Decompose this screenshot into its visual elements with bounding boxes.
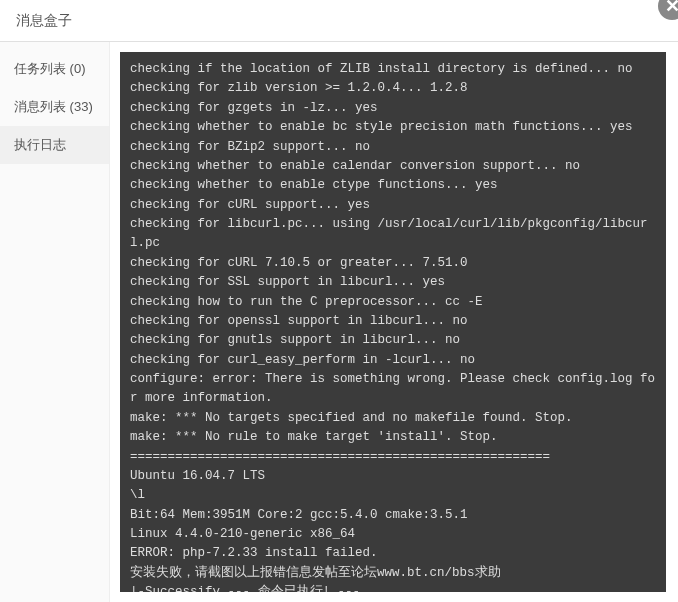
terminal-line: 安装失败，请截图以上报错信息发帖至论坛www.bt.cn/bbs求助 xyxy=(130,564,656,583)
terminal-line: checking for gzgets in -lz... yes xyxy=(130,99,656,118)
terminal-line: checking whether to enable ctype functio… xyxy=(130,176,656,195)
modal-body: 任务列表 (0) 消息列表 (33) 执行日志 checking if the … xyxy=(0,42,678,602)
terminal-line: ========================================… xyxy=(130,448,656,467)
terminal-line: make: *** No rule to make target 'instal… xyxy=(130,428,656,447)
terminal-line: checking for curl_easy_perform in -lcurl… xyxy=(130,351,656,370)
terminal-line: |-Successify --- 命令已执行! --- xyxy=(130,583,656,592)
terminal-line: checking for openssl support in libcurl.… xyxy=(130,312,656,331)
terminal-line: checking whether to enable bc style prec… xyxy=(130,118,656,137)
sidebar-item-label: 消息列表 (33) xyxy=(14,99,93,114)
sidebar-item-label: 执行日志 xyxy=(14,137,66,152)
terminal-line: \l xyxy=(130,486,656,505)
terminal-line: Linux 4.4.0-210-generic x86_64 xyxy=(130,525,656,544)
terminal-line: checking how to run the C preprocessor..… xyxy=(130,293,656,312)
sidebar-item-tasks[interactable]: 任务列表 (0) xyxy=(0,50,109,88)
terminal-line: ERROR: php-7.2.33 install failed. xyxy=(130,544,656,563)
terminal-line: checking for zlib version >= 1.2.0.4... … xyxy=(130,79,656,98)
terminal-line: checking for libcurl.pc... using /usr/lo… xyxy=(130,215,656,254)
terminal-line: configure: error: There is something wro… xyxy=(130,370,656,409)
terminal-line: checking for gnutls support in libcurl..… xyxy=(130,331,656,350)
terminal-line: checking for BZip2 support... no xyxy=(130,138,656,157)
terminal-line: make: *** No targets specified and no ma… xyxy=(130,409,656,428)
terminal-line: Ubuntu 16.04.7 LTS xyxy=(130,467,656,486)
modal-header: 消息盒子 xyxy=(0,0,678,42)
terminal-line: checking for cURL support... yes xyxy=(130,196,656,215)
sidebar-item-messages[interactable]: 消息列表 (33) xyxy=(0,88,109,126)
terminal-output[interactable]: checking if the location of ZLIB install… xyxy=(120,52,666,592)
sidebar: 任务列表 (0) 消息列表 (33) 执行日志 xyxy=(0,42,110,602)
terminal-line: checking for cURL 7.10.5 or greater... 7… xyxy=(130,254,656,273)
terminal-line: checking whether to enable calendar conv… xyxy=(130,157,656,176)
close-icon: ✕ xyxy=(665,0,679,15)
terminal-line: checking if the location of ZLIB install… xyxy=(130,60,656,79)
modal-title: 消息盒子 xyxy=(16,12,72,30)
sidebar-item-log[interactable]: 执行日志 xyxy=(0,126,109,164)
content-area: checking if the location of ZLIB install… xyxy=(110,42,678,602)
terminal-line: checking for SSL support in libcurl... y… xyxy=(130,273,656,292)
terminal-line: Bit:64 Mem:3951M Core:2 gcc:5.4.0 cmake:… xyxy=(130,506,656,525)
message-box-modal: ✕ 消息盒子 任务列表 (0) 消息列表 (33) 执行日志 checking … xyxy=(0,0,678,602)
sidebar-item-label: 任务列表 (0) xyxy=(14,61,86,76)
